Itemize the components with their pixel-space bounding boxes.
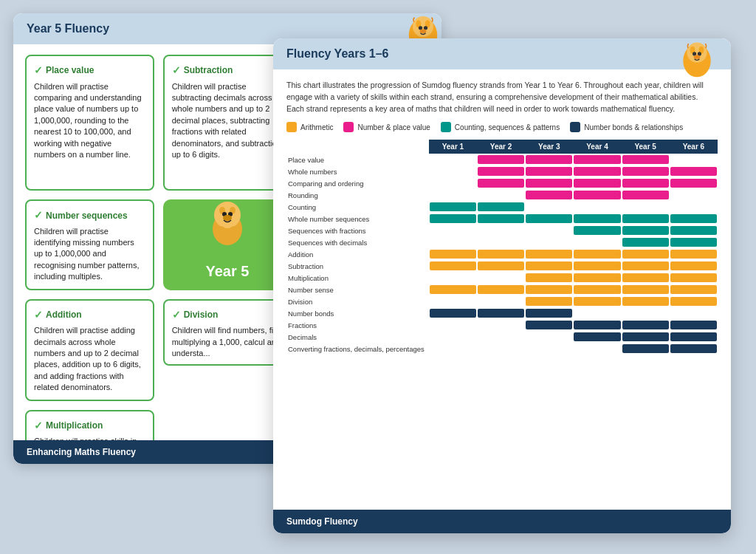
bar-cell	[525, 177, 573, 189]
legend-counting-dot	[441, 122, 451, 132]
table-row: Multiplication	[286, 272, 718, 284]
bar	[526, 167, 572, 176]
table-row: Number bonds	[286, 307, 718, 319]
svg-point-15	[215, 226, 225, 232]
bar	[430, 250, 476, 259]
legend-counting: Counting, sequences & patterns	[441, 122, 560, 132]
bar	[670, 273, 717, 282]
bar	[622, 179, 669, 188]
skill-number-sequences: ✓ Number sequences Children will practis…	[25, 199, 154, 290]
dog-mascot-center	[198, 188, 257, 247]
row-label: Division	[286, 295, 429, 307]
bar-cell	[477, 319, 525, 331]
bar-cell	[670, 154, 718, 165]
bar	[526, 179, 572, 188]
row-label: Sequences with decimals	[286, 236, 429, 248]
skill-place-value: ✓ Place value Children will practise com…	[25, 55, 154, 191]
row-label: Multiplication	[286, 272, 429, 284]
bar	[478, 179, 524, 188]
legend-number-place: Number & place value	[343, 122, 430, 132]
bar	[574, 285, 620, 294]
bar-cell	[622, 319, 670, 331]
bar-cell	[525, 343, 573, 355]
bar	[622, 321, 669, 329]
legend-arithmetic-dot	[286, 122, 297, 132]
row-label: Counting	[286, 201, 429, 213]
bar	[622, 344, 669, 353]
bar-cell	[573, 154, 621, 165]
year1-header: Year 1	[429, 140, 477, 154]
row-label: Fractions	[286, 319, 429, 331]
svg-point-6	[424, 26, 427, 30]
legend-number-bonds-dot	[570, 122, 580, 132]
bar-cell	[573, 260, 621, 272]
bar-cell	[429, 213, 477, 225]
skill-place-value-title: ✓ Place value	[34, 64, 145, 78]
bar-cell	[622, 154, 670, 165]
bar-cell	[429, 343, 477, 355]
bar-cell	[477, 213, 525, 225]
back-card-title: Year 5 Fluency	[27, 22, 109, 35]
bar-cell	[622, 284, 670, 295]
table-row: Fractions	[286, 319, 718, 331]
bar	[670, 297, 717, 306]
bar-cell	[670, 177, 718, 189]
bar-cell	[622, 295, 670, 307]
bar-cell	[477, 343, 525, 355]
row-label: Sequences with fractions	[286, 225, 429, 236]
table-row: Sequences with decimals	[286, 236, 718, 248]
bar-cell	[670, 248, 718, 260]
bar-cell	[670, 236, 718, 248]
bar-cell	[573, 343, 621, 355]
legend-number-place-dot	[343, 122, 354, 132]
bar-cell	[670, 331, 718, 343]
year5-label: Year 5	[206, 263, 250, 280]
bar-cell	[573, 201, 621, 213]
bar	[430, 214, 476, 223]
bar-cell	[525, 154, 573, 165]
bar-cell	[573, 177, 621, 189]
bar	[622, 167, 669, 176]
bar	[622, 261, 669, 270]
table-row: Counting	[286, 201, 718, 213]
bar-cell	[477, 248, 525, 260]
bar-cell	[429, 307, 477, 319]
bar	[574, 191, 620, 199]
bar-cell	[477, 331, 525, 343]
row-label: Whole number sequences	[286, 213, 429, 225]
bar-cell	[622, 177, 670, 189]
bar	[478, 155, 524, 164]
bar	[526, 309, 572, 318]
bar	[478, 167, 524, 176]
table-row: Rounding	[286, 189, 718, 201]
svg-point-23	[694, 55, 701, 59]
bar	[526, 155, 572, 164]
legend-arithmetic: Arithmetic	[286, 122, 333, 132]
bar-cell	[622, 165, 670, 177]
bar-cell	[429, 225, 477, 236]
bar-cell	[573, 213, 621, 225]
bar	[574, 321, 620, 329]
row-label: Rounding	[286, 189, 429, 201]
row-label: Subtraction	[286, 260, 429, 272]
bar-cell	[622, 331, 670, 343]
bar	[574, 273, 620, 282]
bar-cell	[525, 165, 573, 177]
skill-addition: ✓ Addition Children will practise adding…	[25, 299, 154, 401]
skill-multiplication-title: ✓ Multiplication	[34, 419, 145, 434]
chart-legend: Arithmetic Number & place value Counting…	[286, 122, 718, 132]
bar	[430, 261, 476, 270]
year2-header: Year 2	[477, 140, 525, 154]
table-row: Decimals	[286, 331, 718, 343]
bar-cell	[622, 307, 670, 319]
bar	[478, 261, 524, 270]
row-label: Number bonds	[286, 307, 429, 319]
bar-cell	[525, 272, 573, 284]
bar-cell	[573, 319, 621, 331]
bar	[622, 297, 669, 306]
bar-cell	[429, 248, 477, 260]
empty-header	[286, 140, 429, 154]
bar	[430, 285, 476, 294]
bar-cell	[429, 260, 477, 272]
bar-cell	[525, 319, 573, 331]
